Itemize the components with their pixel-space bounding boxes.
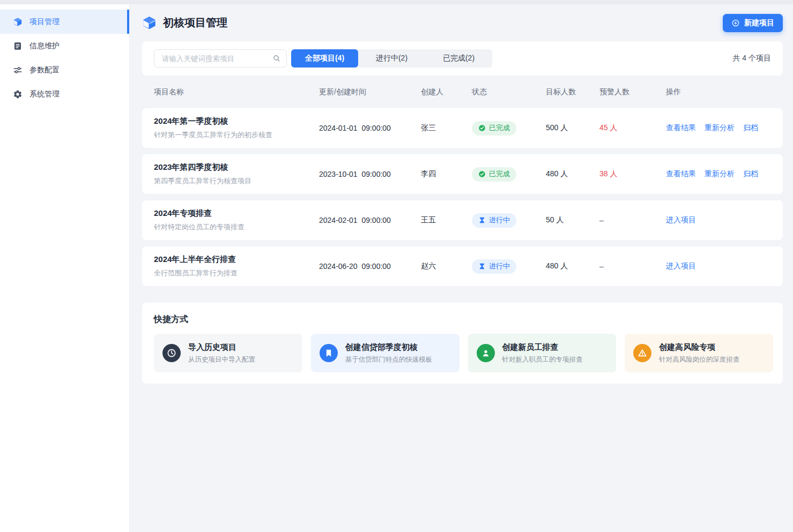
project-creator: 赵六	[421, 261, 472, 271]
search-icon[interactable]	[272, 54, 281, 63]
shortcut-title: 导入历史项目	[188, 342, 255, 352]
shortcuts-section: 快捷方式 导入历史项目 从历史项目中导入配置	[142, 303, 783, 384]
new-project-button-label: 新建项目	[744, 18, 774, 28]
target-count: 480 人	[546, 169, 599, 179]
hourglass-icon	[478, 263, 486, 270]
row-actions: 查看结果重新分析归档	[666, 169, 783, 179]
status-cell: 已完成	[472, 121, 546, 136]
tab-label: 进行中(2)	[376, 54, 407, 63]
row-actions: 进入项目	[666, 261, 783, 271]
project-name-cell: 2024年上半年全行排查 全行范围员工异常行为排查	[154, 254, 319, 278]
plus-circle-icon	[731, 19, 740, 27]
column-header-target-count: 目标人数	[546, 87, 599, 97]
action-link[interactable]: 进入项目	[666, 215, 696, 225]
table-row: 2024年专项排查 针对特定岗位员工的专项排查 2024-02-01 09:00…	[142, 200, 783, 240]
person-icon	[477, 344, 495, 362]
status-badge: 进行中	[472, 259, 516, 274]
status-badge: 进行中	[472, 213, 516, 228]
sidebar-item-info-maintenance[interactable]: 信息维护	[0, 34, 129, 58]
shortcut-text: 创建新员工排查 针对新入职员工的专项排查	[502, 342, 583, 364]
project-total-count: 共 4 个项目	[732, 54, 771, 63]
sidebar-item-label: 项目管理	[29, 17, 60, 27]
shortcut-import-history-project[interactable]: 导入历史项目 从历史项目中导入配置	[154, 334, 302, 372]
action-link[interactable]: 查看结果	[666, 123, 696, 133]
sidebar-item-label: 信息维护	[29, 41, 60, 51]
tab-in-progress[interactable]: 进行中(2)	[358, 49, 425, 68]
project-name-cell: 2023年第四季度初核 第四季度员工异常行为核查项目	[154, 162, 319, 186]
warning-count: –	[599, 262, 666, 271]
shortcut-title: 创建新员工排查	[502, 342, 583, 352]
project-time: 2024-06-20 09:00:00	[319, 262, 421, 271]
document-icon	[13, 41, 23, 51]
column-header-update-time: 更新/创建时间	[319, 87, 421, 97]
page-header: 初核项目管理 新建项目	[142, 4, 783, 41]
warning-count: 38 人	[599, 169, 666, 179]
shortcut-create-new-employee-screening[interactable]: 创建新员工排查 针对新入职员工的专项排查	[468, 334, 617, 372]
sidebar-item-system-management[interactable]: 系统管理	[0, 82, 129, 106]
project-description: 针对特定岗位员工的专项排查	[154, 222, 319, 232]
shortcut-description: 针对新入职员工的专项排查	[502, 355, 583, 364]
shortcut-text: 导入历史项目 从历史项目中导入配置	[188, 342, 255, 364]
main-content: 初核项目管理 新建项目 全部项目(4)	[130, 4, 793, 532]
table-row: 2024年第一季度初核 针对第一季度员工异常行为的初步核查 2024-01-01…	[142, 108, 783, 148]
project-time: 2023-10-01 09:00:00	[319, 170, 421, 178]
new-project-button[interactable]: 新建项目	[723, 14, 783, 32]
project-description: 针对第一季度员工异常行为的初步核查	[154, 130, 319, 140]
table-row: 2024年上半年全行排查 全行范围员工异常行为排查 2024-06-20 09:…	[142, 246, 783, 286]
shortcut-title: 创建信贷部季度初核	[345, 342, 433, 352]
project-creator: 张三	[421, 123, 472, 133]
status-cell: 已完成	[472, 167, 546, 182]
action-link[interactable]: 重新分析	[705, 123, 735, 133]
project-description: 全行范围员工异常行为排查	[154, 268, 319, 278]
project-filter-tabs: 全部项目(4) 进行中(2) 已完成(2)	[291, 49, 492, 68]
project-creator: 李四	[421, 169, 472, 179]
action-link[interactable]: 归档	[743, 123, 758, 133]
row-actions: 进入项目	[666, 215, 783, 225]
check-circle-icon	[478, 124, 486, 132]
shortcuts-grid: 导入历史项目 从历史项目中导入配置 创建信贷部季度初核 基于信贷部门特点的快速模…	[154, 334, 773, 372]
column-header-creator: 创建人	[421, 87, 472, 97]
status-cell: 进行中	[472, 259, 546, 274]
tab-all-projects[interactable]: 全部项目(4)	[291, 49, 358, 68]
sidebar-item-parameter-config[interactable]: 参数配置	[0, 58, 129, 82]
sidebar-item-project-management[interactable]: 项目管理	[0, 10, 129, 34]
sidebar-item-label: 参数配置	[29, 65, 60, 75]
column-header-actions: 操作	[666, 87, 783, 97]
cube-icon	[13, 17, 23, 27]
project-title: 2024年上半年全行排查	[154, 254, 319, 264]
shortcuts-title: 快捷方式	[154, 314, 773, 325]
shortcut-create-high-risk-special[interactable]: 创建高风险专项 针对高风险岗位的深度排查	[625, 334, 773, 372]
check-circle-icon	[478, 170, 486, 178]
action-link[interactable]: 查看结果	[666, 169, 696, 179]
target-count: 500 人	[546, 123, 599, 133]
toolbar: 全部项目(4) 进行中(2) 已完成(2) 共 4 个项目	[142, 41, 783, 76]
search-input[interactable]	[161, 54, 272, 63]
tab-label: 全部项目(4)	[305, 54, 344, 63]
hourglass-icon	[478, 216, 486, 224]
column-header-warning-count: 预警人数	[599, 87, 666, 97]
project-description: 第四季度员工异常行为核查项目	[154, 176, 319, 186]
project-title: 2024年第一季度初核	[154, 116, 319, 126]
shortcut-description: 基于信贷部门特点的快速模板	[345, 355, 433, 364]
column-header-status: 状态	[472, 87, 546, 97]
warning-count: 45 人	[599, 123, 666, 133]
bookmark-icon	[320, 344, 338, 362]
shortcut-title: 创建高风险专项	[659, 342, 739, 352]
action-link[interactable]: 重新分析	[705, 169, 735, 179]
shortcut-text: 创建信贷部季度初核 基于信贷部门特点的快速模板	[345, 342, 433, 364]
project-name-cell: 2024年专项排查 针对特定岗位员工的专项排查	[154, 208, 319, 232]
page-title: 初核项目管理	[163, 16, 227, 30]
column-header-project-name: 项目名称	[154, 87, 319, 97]
shortcut-description: 从历史项目中导入配置	[188, 355, 255, 364]
shortcut-create-credit-dept-review[interactable]: 创建信贷部季度初核 基于信贷部门特点的快速模板	[311, 334, 460, 372]
status-badge: 已完成	[472, 167, 516, 182]
shortcut-description: 针对高风险岗位的深度排查	[659, 355, 739, 364]
project-time: 2024-01-01 09:00:00	[319, 124, 421, 132]
action-link[interactable]: 归档	[743, 169, 758, 179]
project-creator: 王五	[421, 215, 472, 225]
action-link[interactable]: 进入项目	[666, 261, 696, 271]
project-time: 2024-02-01 09:00:00	[319, 216, 421, 224]
clock-icon	[162, 344, 181, 362]
table-header-row: 项目名称 更新/创建时间 创建人 状态 目标人数 预警人数 操作	[142, 76, 783, 108]
tab-completed[interactable]: 已完成(2)	[425, 49, 492, 68]
